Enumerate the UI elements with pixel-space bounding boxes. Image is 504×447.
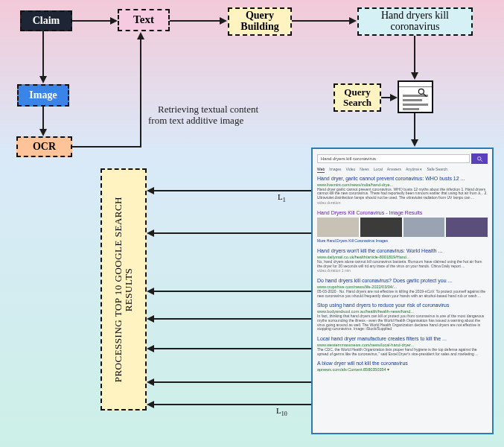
- image-results-caption[interactable]: More Hand Dryers Kill Coronavirus Images: [317, 239, 488, 244]
- arrow-qb-ex: [292, 20, 350, 22]
- result-snippet: In fact, thinking that hand dryers can k…: [317, 314, 488, 332]
- l1-sub: 1: [283, 197, 286, 203]
- arrow-l10: [153, 404, 312, 405]
- arrow-claim-text: [72, 20, 111, 22]
- ocr-box: OCR: [16, 136, 72, 157]
- arrow-r4: [153, 318, 312, 320]
- search-input-value: Hand dryers kill coronavirus: [321, 156, 376, 161]
- processing-box: PROCESSING TOP 10 GOOGLE SEARCH RESULTS: [101, 168, 147, 410]
- result-extra: video duration: [317, 201, 488, 206]
- l10-sub: 10: [281, 410, 287, 417]
- query-building-label: Query Building: [240, 10, 278, 32]
- ocr-label: OCR: [33, 142, 56, 153]
- result-title[interactable]: A blow dryer will not kill the coronavir…: [317, 361, 488, 367]
- arrowhead: [147, 378, 154, 386]
- retrieving-annotation: Retrieving textual content from text add…: [148, 92, 258, 138]
- browser-window-icon: [398, 80, 433, 113]
- retrieving-text: Retrieving textual content from text add…: [148, 104, 258, 127]
- arrow-image-ocr: [42, 107, 44, 130]
- arrowhead: [147, 187, 154, 194]
- tab-video[interactable]: Video: [346, 167, 356, 173]
- arrowhead: [411, 72, 418, 80]
- result-title[interactable]: Stop using hand dryers to reduce your ri…: [317, 302, 488, 308]
- result-url: www.dailymail.co.uk/health/article-80018…: [317, 255, 488, 259]
- result-url: www.livemint.com/news/india/hand-drye...: [317, 183, 488, 187]
- l10-letter: L: [276, 406, 281, 415]
- result-snippet: 05-03-2020 · No. Hand dryers are not eff…: [317, 290, 488, 299]
- tab-web[interactable]: Web: [317, 167, 325, 173]
- search-input[interactable]: Hand dryers kill coronavirus: [317, 154, 470, 163]
- search-result: Stop using hand dryers to reduce your ri…: [317, 302, 488, 332]
- image-results-row: [317, 218, 488, 237]
- arrow-l1: [153, 190, 312, 191]
- svg-point-0: [418, 89, 424, 94]
- magnifier-icon: [417, 87, 427, 101]
- l1-letter: L: [278, 192, 283, 201]
- claim-box: Claim: [20, 10, 72, 31]
- result-title[interactable]: Local hand dryer manufacture creates fil…: [317, 336, 488, 342]
- result-title[interactable]: Hand dryer, garlic cannot prevent corona…: [317, 176, 488, 182]
- query-building-box: Query Building: [228, 7, 292, 36]
- arrowhead: [147, 345, 154, 352]
- arrowhead: [147, 288, 154, 295]
- text-label: Text: [133, 14, 154, 26]
- arrow-claim-image: [42, 31, 44, 77]
- search-tabs: Web Images Video News Local Answers Anyt…: [317, 167, 488, 173]
- result-snippet: Hand dryer garlic cannot prevent coronav…: [317, 188, 488, 200]
- arrowhead: [147, 229, 154, 237]
- result-url: www.cropshive.com/news/life-2022/03/04/.…: [317, 285, 488, 289]
- search-result: Hand dryer, garlic cannot prevent corona…: [317, 176, 488, 206]
- arrowhead: [147, 401, 154, 408]
- processing-label: PROCESSING TOP 10 GOOGLE SEARCH RESULTS: [113, 197, 133, 382]
- l1-label: L1: [278, 192, 286, 203]
- arrowhead: [220, 17, 227, 25]
- tab-news[interactable]: News: [360, 167, 369, 173]
- result-url: www.westernmassnews.com/news/local-hand-…: [317, 343, 488, 347]
- tab-local[interactable]: Local: [374, 167, 383, 173]
- text-box: Text: [118, 9, 170, 31]
- result-title[interactable]: Hand dryers won't kill the coronavirus: …: [317, 248, 488, 254]
- result-snippet: No, hand dryers alone cannot kill corona…: [317, 260, 488, 269]
- arrow-ex-down: [414, 36, 415, 73]
- arrowhead: [110, 17, 118, 25]
- claim-label: Claim: [33, 16, 60, 27]
- arrow-ocr-up: [140, 39, 141, 148]
- svg-line-1: [424, 94, 427, 97]
- arrow-r3: [153, 291, 312, 292]
- query-search-label: Query Search: [343, 87, 371, 107]
- query-search-box: Query Search: [334, 83, 381, 112]
- arrow-ocr-right: [72, 146, 141, 148]
- arrowhead: [147, 315, 154, 323]
- search-result: A blow dryer will not kill the coronavir…: [317, 361, 488, 372]
- svg-line-3: [480, 159, 482, 161]
- image-thumbnail[interactable]: [360, 218, 402, 237]
- arrow-browser-serp: [414, 113, 415, 140]
- search-result: Hand Dryers Kill Coronavirus - Image Res…: [317, 210, 488, 244]
- result-snippet: The CDC, the World Health Organization l…: [317, 348, 488, 357]
- image-thumbnail[interactable]: [403, 218, 445, 237]
- search-button[interactable]: [471, 153, 488, 164]
- image-thumbnail[interactable]: [446, 218, 488, 237]
- arrowhead: [39, 76, 47, 83]
- arrowhead: [137, 32, 144, 39]
- result-title[interactable]: Do hand dryers kill coronavirus? Does ga…: [317, 278, 488, 284]
- search-results-panel: Hand dryers kill coronavirus Web Images …: [311, 148, 494, 434]
- tab-images[interactable]: Images: [329, 167, 341, 173]
- tab-safe[interactable]: Safe Search: [427, 167, 447, 173]
- image-label: Image: [29, 90, 57, 101]
- l10-label: L10: [276, 406, 287, 417]
- result-title[interactable]: Hand Dryers Kill Coronavirus - Image Res…: [317, 210, 488, 216]
- search-icon: [476, 156, 483, 162]
- image-thumbnail[interactable]: [317, 218, 359, 237]
- search-result: Do hand dryers kill coronavirus? Does ga…: [317, 278, 488, 298]
- example-query-box: Hand dryers kill coronavirus: [357, 7, 473, 36]
- svg-point-2: [477, 156, 481, 160]
- result-extra: video duration 1 min: [317, 269, 488, 273]
- search-result: Hand dryers won't kill the coronavirus: …: [317, 248, 488, 273]
- tab-answers[interactable]: Answers: [387, 167, 401, 173]
- arrow-text-qb: [170, 20, 220, 22]
- arrow-r5: [153, 348, 312, 349]
- tab-anytime[interactable]: Anytime ▾: [406, 167, 422, 173]
- example-query-label: Hand dryers kill coronavirus: [381, 10, 449, 32]
- results-list: Hand dryer, garlic cannot prevent corona…: [317, 176, 488, 372]
